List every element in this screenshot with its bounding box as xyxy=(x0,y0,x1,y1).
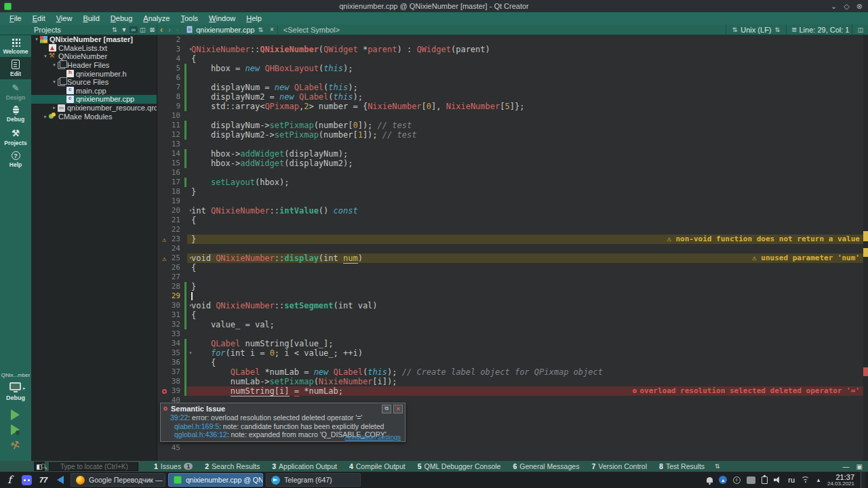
mode-welcome[interactable]: Welcome xyxy=(0,35,31,57)
code-line[interactable]: 11 displayNum->setPixmap(number[0]); // … xyxy=(157,121,868,130)
pane-compile-output[interactable]: 4Compile Output xyxy=(343,461,412,472)
filter-icon[interactable]: ▼ xyxy=(119,26,130,33)
code-line[interactable]: 7 displayNum = new QLabel(this); xyxy=(157,83,868,92)
document-dropdown-icon[interactable]: ⇅ xyxy=(254,26,267,33)
menu-file[interactable]: File xyxy=(4,14,27,23)
debug-run-button[interactable] xyxy=(11,424,20,435)
pane-search-results[interactable]: 2Search Results xyxy=(199,461,266,472)
code-line[interactable]: 45 xyxy=(157,443,868,453)
code-line[interactable]: 28} xyxy=(157,282,868,291)
pane-issues[interactable]: 1Issues1 xyxy=(148,461,199,472)
tree-expander-icon[interactable]: ▾ xyxy=(33,37,40,42)
launcher-arrow-icon[interactable] xyxy=(53,473,68,487)
clipboard-icon[interactable] xyxy=(762,476,768,484)
code-line[interactable]: ⚠25▾void QNixieNumber::display(int num)⚠… xyxy=(157,253,868,263)
notifications-icon[interactable] xyxy=(707,477,713,483)
code-line[interactable]: 20▾int QNixieNumber::intValue() const xyxy=(157,206,868,216)
issue-location-link[interactable]: qglobal.h:436:12 xyxy=(174,430,227,439)
launcher-77-icon[interactable]: 77 xyxy=(36,473,51,487)
code-line[interactable]: 31{ xyxy=(157,310,868,320)
code-line[interactable]: 17 setLayout(hbox); xyxy=(157,178,868,187)
pane-spinner-icon[interactable]: ⇅ xyxy=(110,26,119,33)
code-line[interactable]: 29 xyxy=(157,291,868,301)
wifi-icon[interactable] xyxy=(801,476,810,483)
tree-item[interactable]: main.cpp xyxy=(31,87,157,96)
encoding-selector[interactable]: ⇅ Unix (LF) ⇅ xyxy=(726,24,786,35)
code-line[interactable]: 6 xyxy=(157,73,868,83)
code-line[interactable]: 32 value_ = val; xyxy=(157,320,868,329)
tree-expander-icon[interactable]: ▸ xyxy=(42,114,49,119)
taskbar-window-firefox[interactable]: Google Переводчик — Mozil… xyxy=(71,473,165,487)
menu-edit[interactable]: Edit xyxy=(27,14,51,23)
go-back-icon[interactable]: ‹ xyxy=(157,25,165,35)
tree-item[interactable]: ▾QNixieNumber [master] xyxy=(31,35,157,44)
scroll-error-mark[interactable] xyxy=(863,367,868,376)
clock[interactable]: 21:37 24.03.2021 xyxy=(827,474,854,487)
code-line[interactable]: 35▾ for(int i = 0; i < value_; ++i) xyxy=(157,348,868,358)
tree-item[interactable]: ▾Source Files xyxy=(31,78,157,87)
code-line[interactable]: 34 QLabel numString[value_]; xyxy=(157,339,868,348)
select-symbol-dropdown[interactable]: <Select Symbol> xyxy=(278,26,726,34)
scroll-warning-mark[interactable] xyxy=(863,248,868,257)
code-line[interactable]: 2 xyxy=(157,35,868,45)
pane-test-results[interactable]: 8Test Results xyxy=(653,461,711,472)
tree-expander-icon[interactable]: ▾ xyxy=(51,62,58,68)
tree-item[interactable]: ▸CMake Modules xyxy=(31,112,157,121)
code-line[interactable]: 10 xyxy=(157,111,868,121)
menu-help[interactable]: Help xyxy=(241,14,267,23)
close-pane-icon[interactable]: ⊠ xyxy=(147,26,157,33)
output-pane-maximize-icon[interactable]: ▣ xyxy=(856,463,863,470)
code-line[interactable]: 19 xyxy=(157,197,868,206)
maximize-icon[interactable]: ◇ xyxy=(844,2,849,11)
kit-selector-icon[interactable]: ▸ xyxy=(9,382,21,390)
code-line[interactable]: 12 displayNum2->setPixmap(number[1]); //… xyxy=(157,130,868,140)
code-line[interactable]: 30▾void QNixieNumber::setSegment(int val… xyxy=(157,301,868,310)
code-line[interactable]: 5 hbox = new QHBoxLayout(this); xyxy=(157,64,868,73)
updates-icon[interactable]: ▲ xyxy=(719,476,727,484)
code-line[interactable]: 18} xyxy=(157,187,868,197)
warning-marker-icon[interactable]: ⚠ xyxy=(159,235,169,245)
tree-expander-icon[interactable]: ▾ xyxy=(42,54,49,59)
pane-application-output[interactable]: 3Application Output xyxy=(266,461,343,472)
close-icon[interactable]: ⊗ xyxy=(856,2,863,11)
locator-input[interactable] xyxy=(49,462,138,471)
inline-warning-annotation[interactable]: ⚠ unused parameter 'num' xyxy=(752,253,860,263)
run-button[interactable] xyxy=(11,409,20,420)
taskbar-window-qtcreator[interactable]: qnixienumber.cpp @ QNixie… xyxy=(168,473,263,487)
code-line[interactable]: 3▾QNixieNumber::QNixieNumber(QWidget *pa… xyxy=(157,45,868,54)
pane-general-messages[interactable]: 6General Messages xyxy=(507,461,585,472)
issue-location-link[interactable]: qlabel.h:169:5 xyxy=(174,422,219,430)
mode-debug[interactable]: Debug xyxy=(0,103,31,125)
split-editor-button[interactable]: ◫ xyxy=(852,24,868,35)
tree-expander-icon[interactable]: ▾ xyxy=(51,79,58,85)
build-button[interactable]: ⚒ xyxy=(9,438,22,453)
discord-icon[interactable] xyxy=(19,473,34,487)
cursor-position-indicator[interactable]: ≣ Line: 29, Col: 1 xyxy=(786,24,852,35)
warning-marker-icon[interactable]: ⚠ xyxy=(159,253,169,264)
menu-debug[interactable]: Debug xyxy=(105,14,138,23)
code-line[interactable]: 36 { xyxy=(157,358,868,367)
mode-edit[interactable]: Edit xyxy=(0,57,31,79)
code-line[interactable]: 15 hbox->addWidget(displayNum2); xyxy=(157,159,868,168)
pane-arrows-icon[interactable]: ⇅ xyxy=(711,463,724,470)
minimize-icon[interactable]: ⌄ xyxy=(831,2,837,11)
copy-icon[interactable]: ⧉ xyxy=(382,405,391,413)
projects-pane-selector[interactable]: Projects ⇅ ▼ ∞ ◫ ⊠ xyxy=(31,24,157,35)
mode-projects[interactable]: ⚒Projects xyxy=(0,125,31,148)
scroll-warning-mark[interactable] xyxy=(863,231,868,241)
popup-close-icon[interactable]: ✕ xyxy=(393,405,403,413)
open-document-name[interactable]: qnixienumber.cpp xyxy=(196,26,254,34)
inline-warning-annotation[interactable]: ⚠ non-void function does not return a va… xyxy=(667,235,860,244)
issue-location-link[interactable]: 39:22 xyxy=(170,413,188,422)
pin-icon[interactable]: ▫ xyxy=(174,26,181,33)
show-desktop-button[interactable] xyxy=(861,472,865,488)
code-line[interactable]: 14 hbox->addWidget(displayNum); xyxy=(157,149,868,159)
menu-build[interactable]: Build xyxy=(77,14,104,23)
code-line[interactable]: 4{ xyxy=(157,54,868,64)
close-document-icon[interactable]: × xyxy=(267,26,278,33)
menu-tools[interactable]: Tools xyxy=(175,14,203,23)
inline-error-annotation[interactable]: overload resolution selected deleted ope… xyxy=(633,386,860,396)
code-line[interactable]: 13 xyxy=(157,140,868,149)
tree-item[interactable]: qnixienumber.h xyxy=(31,69,157,78)
tree-item[interactable]: ▾QNixieNumber xyxy=(31,52,157,61)
